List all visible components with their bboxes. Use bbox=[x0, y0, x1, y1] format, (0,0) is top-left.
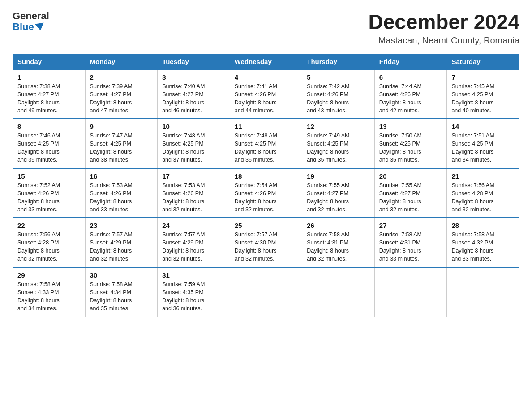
day-info: Sunrise: 7:48 AM Sunset: 4:25 PM Dayligh… bbox=[235, 132, 298, 164]
day-number: 18 bbox=[235, 172, 298, 180]
day-info: Sunrise: 7:48 AM Sunset: 4:25 PM Dayligh… bbox=[162, 132, 225, 164]
day-number: 16 bbox=[90, 172, 153, 180]
day-info: Sunrise: 7:58 AM Sunset: 4:33 PM Dayligh… bbox=[17, 280, 81, 313]
header-row: Sunday Monday Tuesday Wednesday Thursday… bbox=[13, 54, 519, 69]
day-number: 19 bbox=[307, 172, 370, 180]
table-row: 4 Sunrise: 7:41 AM Sunset: 4:26 PM Dayli… bbox=[230, 69, 302, 119]
day-number: 6 bbox=[379, 73, 442, 81]
table-row: 16 Sunrise: 7:53 AM Sunset: 4:26 PM Dayl… bbox=[85, 168, 158, 218]
table-row: 11 Sunrise: 7:48 AM Sunset: 4:25 PM Dayl… bbox=[230, 119, 302, 168]
day-number: 10 bbox=[162, 123, 225, 130]
day-info: Sunrise: 7:58 AM Sunset: 4:31 PM Dayligh… bbox=[379, 231, 442, 263]
col-thursday: Thursday bbox=[302, 54, 375, 69]
table-row: 25 Sunrise: 7:57 AM Sunset: 4:30 PM Dayl… bbox=[230, 218, 302, 267]
table-row: 29 Sunrise: 7:58 AM Sunset: 4:33 PM Dayl… bbox=[13, 267, 86, 317]
day-info: Sunrise: 7:57 AM Sunset: 4:29 PM Dayligh… bbox=[90, 231, 153, 263]
day-info: Sunrise: 7:49 AM Sunset: 4:25 PM Dayligh… bbox=[307, 132, 370, 164]
day-number: 9 bbox=[90, 123, 153, 130]
table-row: 24 Sunrise: 7:57 AM Sunset: 4:29 PM Dayl… bbox=[158, 218, 230, 267]
day-number: 23 bbox=[90, 222, 153, 229]
week-row-4: 22 Sunrise: 7:56 AM Sunset: 4:28 PM Dayl… bbox=[13, 218, 519, 267]
day-number: 27 bbox=[379, 222, 442, 229]
day-info: Sunrise: 7:50 AM Sunset: 4:25 PM Dayligh… bbox=[379, 132, 442, 164]
day-info: Sunrise: 7:55 AM Sunset: 4:27 PM Dayligh… bbox=[307, 181, 370, 214]
day-number: 13 bbox=[379, 123, 442, 130]
day-info: Sunrise: 7:58 AM Sunset: 4:31 PM Dayligh… bbox=[307, 231, 370, 263]
day-number: 1 bbox=[17, 73, 81, 81]
day-info: Sunrise: 7:42 AM Sunset: 4:26 PM Dayligh… bbox=[307, 82, 370, 115]
table-row: 28 Sunrise: 7:58 AM Sunset: 4:32 PM Dayl… bbox=[447, 218, 519, 267]
day-info: Sunrise: 7:40 AM Sunset: 4:27 PM Dayligh… bbox=[162, 82, 225, 115]
col-sunday: Sunday bbox=[13, 54, 86, 69]
table-row: 30 Sunrise: 7:58 AM Sunset: 4:34 PM Dayl… bbox=[85, 267, 158, 317]
table-row: 17 Sunrise: 7:53 AM Sunset: 4:26 PM Dayl… bbox=[158, 168, 230, 218]
week-row-1: 1 Sunrise: 7:38 AM Sunset: 4:27 PM Dayli… bbox=[13, 69, 519, 119]
col-monday: Monday bbox=[85, 54, 158, 69]
day-number: 11 bbox=[235, 123, 298, 130]
day-info: Sunrise: 7:54 AM Sunset: 4:26 PM Dayligh… bbox=[235, 181, 298, 214]
day-number: 7 bbox=[451, 73, 515, 81]
table-row: 10 Sunrise: 7:48 AM Sunset: 4:25 PM Dayl… bbox=[158, 119, 230, 168]
day-number: 25 bbox=[235, 222, 298, 229]
table-row: 23 Sunrise: 7:57 AM Sunset: 4:29 PM Dayl… bbox=[85, 218, 158, 267]
day-number: 5 bbox=[307, 73, 370, 81]
day-number: 17 bbox=[162, 172, 225, 180]
day-info: Sunrise: 7:51 AM Sunset: 4:25 PM Dayligh… bbox=[451, 132, 515, 164]
day-number: 21 bbox=[451, 172, 515, 180]
main-title: December 2024 bbox=[368, 11, 519, 34]
day-number: 12 bbox=[307, 123, 370, 130]
day-info: Sunrise: 7:45 AM Sunset: 4:25 PM Dayligh… bbox=[451, 82, 515, 115]
day-info: Sunrise: 7:59 AM Sunset: 4:35 PM Dayligh… bbox=[162, 280, 225, 313]
table-row: 22 Sunrise: 7:56 AM Sunset: 4:28 PM Dayl… bbox=[13, 218, 86, 267]
table-row: 1 Sunrise: 7:38 AM Sunset: 4:27 PM Dayli… bbox=[13, 69, 86, 119]
day-number: 2 bbox=[90, 73, 153, 81]
day-info: Sunrise: 7:56 AM Sunset: 4:28 PM Dayligh… bbox=[451, 181, 515, 214]
table-row: 19 Sunrise: 7:55 AM Sunset: 4:27 PM Dayl… bbox=[302, 168, 375, 218]
col-friday: Friday bbox=[374, 54, 447, 69]
day-number: 3 bbox=[162, 73, 225, 81]
table-row: 27 Sunrise: 7:58 AM Sunset: 4:31 PM Dayl… bbox=[374, 218, 447, 267]
logo: General Blue bbox=[13, 11, 49, 32]
table-row: 31 Sunrise: 7:59 AM Sunset: 4:35 PM Dayl… bbox=[158, 267, 230, 317]
table-row bbox=[230, 267, 302, 317]
day-info: Sunrise: 7:53 AM Sunset: 4:26 PM Dayligh… bbox=[162, 181, 225, 214]
day-info: Sunrise: 7:58 AM Sunset: 4:32 PM Dayligh… bbox=[451, 231, 515, 263]
table-row: 2 Sunrise: 7:39 AM Sunset: 4:27 PM Dayli… bbox=[85, 69, 158, 119]
day-info: Sunrise: 7:56 AM Sunset: 4:28 PM Dayligh… bbox=[17, 231, 81, 263]
page-header: General Blue December 2024 Mastacan, Nea… bbox=[13, 11, 519, 46]
logo-blue-text: Blue bbox=[13, 21, 44, 32]
week-row-5: 29 Sunrise: 7:58 AM Sunset: 4:33 PM Dayl… bbox=[13, 267, 519, 317]
table-row: 6 Sunrise: 7:44 AM Sunset: 4:26 PM Dayli… bbox=[374, 69, 447, 119]
col-wednesday: Wednesday bbox=[230, 54, 302, 69]
table-row: 9 Sunrise: 7:47 AM Sunset: 4:25 PM Dayli… bbox=[85, 119, 158, 168]
day-number: 31 bbox=[162, 271, 225, 279]
day-number: 4 bbox=[235, 73, 298, 81]
week-row-2: 8 Sunrise: 7:46 AM Sunset: 4:25 PM Dayli… bbox=[13, 119, 519, 168]
day-number: 29 bbox=[17, 271, 81, 279]
title-block: December 2024 Mastacan, Neamt County, Ro… bbox=[368, 11, 519, 46]
table-row: 7 Sunrise: 7:45 AM Sunset: 4:25 PM Dayli… bbox=[447, 69, 519, 119]
table-row: 12 Sunrise: 7:49 AM Sunset: 4:25 PM Dayl… bbox=[302, 119, 375, 168]
logo-general-text: General bbox=[13, 11, 49, 21]
table-row: 5 Sunrise: 7:42 AM Sunset: 4:26 PM Dayli… bbox=[302, 69, 375, 119]
day-number: 22 bbox=[17, 222, 81, 229]
day-info: Sunrise: 7:58 AM Sunset: 4:34 PM Dayligh… bbox=[90, 280, 153, 313]
subtitle: Mastacan, Neamt County, Romania bbox=[368, 35, 519, 46]
table-row: 26 Sunrise: 7:58 AM Sunset: 4:31 PM Dayl… bbox=[302, 218, 375, 267]
day-number: 24 bbox=[162, 222, 225, 229]
day-info: Sunrise: 7:38 AM Sunset: 4:27 PM Dayligh… bbox=[17, 82, 81, 115]
table-row bbox=[447, 267, 519, 317]
table-row: 21 Sunrise: 7:56 AM Sunset: 4:28 PM Dayl… bbox=[447, 168, 519, 218]
day-number: 28 bbox=[451, 222, 515, 229]
table-row: 15 Sunrise: 7:52 AM Sunset: 4:26 PM Dayl… bbox=[13, 168, 86, 218]
week-row-3: 15 Sunrise: 7:52 AM Sunset: 4:26 PM Dayl… bbox=[13, 168, 519, 218]
day-info: Sunrise: 7:57 AM Sunset: 4:30 PM Dayligh… bbox=[235, 231, 298, 263]
day-info: Sunrise: 7:52 AM Sunset: 4:26 PM Dayligh… bbox=[17, 181, 81, 214]
day-info: Sunrise: 7:44 AM Sunset: 4:26 PM Dayligh… bbox=[379, 82, 442, 115]
day-info: Sunrise: 7:47 AM Sunset: 4:25 PM Dayligh… bbox=[90, 132, 153, 164]
table-row bbox=[374, 267, 447, 317]
day-number: 8 bbox=[17, 123, 81, 130]
table-row: 20 Sunrise: 7:55 AM Sunset: 4:27 PM Dayl… bbox=[374, 168, 447, 218]
col-tuesday: Tuesday bbox=[158, 54, 230, 69]
table-row: 13 Sunrise: 7:50 AM Sunset: 4:25 PM Dayl… bbox=[374, 119, 447, 168]
